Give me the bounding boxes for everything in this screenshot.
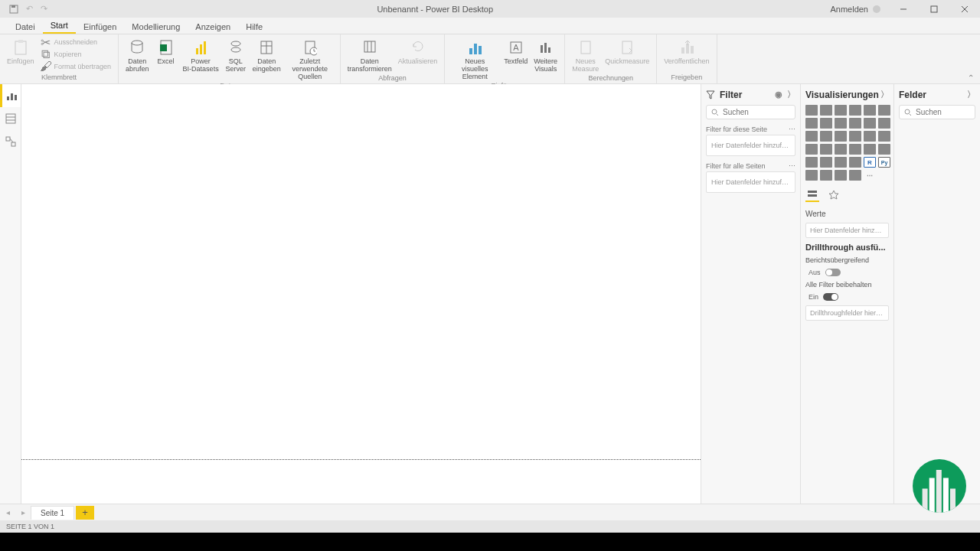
viz-shape-map[interactable] [835, 144, 847, 155]
viz-pie[interactable] [849, 131, 861, 142]
viz-clustered-bar[interactable] [835, 105, 847, 116]
fields-search[interactable] [899, 105, 975, 119]
group-share-label: Freigeben [662, 73, 711, 82]
excel-button[interactable]: Excel [153, 36, 179, 67]
viz-line[interactable] [805, 118, 818, 129]
filter-collapse-icon[interactable]: 〉 [787, 89, 795, 100]
viz-qna[interactable] [835, 170, 847, 181]
collapse-ribbon-icon[interactable]: ⌃ [968, 73, 974, 82]
viz-kpi[interactable] [805, 157, 818, 168]
cross-report-toggle[interactable] [825, 269, 841, 276]
tab-home[interactable]: Start [43, 18, 76, 34]
more-icon[interactable]: ⋯ [789, 126, 795, 133]
viz-scatter[interactable] [835, 131, 847, 142]
viz-more[interactable]: ⋯ [864, 170, 876, 181]
maximize-button[interactable] [919, 0, 949, 18]
tab-modeling[interactable]: Modellierung [124, 20, 188, 34]
viz-card[interactable] [864, 144, 876, 155]
viz-line-stacked[interactable] [849, 118, 861, 129]
sql-server-button[interactable]: SQL Server [223, 36, 249, 74]
viz-line-clustered[interactable] [864, 118, 876, 129]
copy-icon: ⧉ [41, 49, 51, 60]
transform-icon [363, 37, 377, 57]
viz-stacked-bar[interactable] [805, 105, 818, 116]
undo-icon[interactable]: ↶ [26, 4, 33, 14]
viz-r-script[interactable]: R [864, 157, 876, 168]
viz-filled-map[interactable] [820, 144, 832, 155]
fields-tab[interactable] [805, 188, 819, 202]
tab-insert[interactable]: Einfügen [76, 20, 124, 34]
viz-area[interactable] [820, 118, 832, 129]
svg-point-46 [712, 109, 717, 114]
viz-gallery: RPy ⋯ [805, 105, 889, 181]
add-page-button[interactable]: + [76, 506, 94, 520]
viz-clustered-column[interactable] [849, 105, 861, 116]
svg-point-15 [231, 47, 240, 52]
viz-donut[interactable] [864, 131, 876, 142]
next-page-button[interactable]: ▸ [15, 508, 31, 517]
ribbon: Einfügen ✂Ausschneiden ⧉Kopieren 🖌Format… [0, 34, 980, 84]
svg-rect-32 [581, 41, 590, 54]
avatar-placeholder-icon [873, 5, 880, 13]
new-visual-button[interactable]: Neues visuelles Element [449, 36, 500, 82]
recent-sources-button[interactable]: Zuletzt verwendete Quellen [285, 36, 335, 82]
filter-icon [706, 90, 715, 99]
filter-search[interactable] [706, 105, 795, 119]
filter-view-icon[interactable]: ◉ [775, 90, 782, 99]
viz-funnel[interactable] [820, 131, 832, 142]
viz-waterfall[interactable] [805, 131, 818, 142]
page-tab-1[interactable]: Seite 1 [31, 506, 74, 520]
data-view-button[interactable] [0, 107, 21, 130]
viz-100-bar[interactable] [864, 105, 876, 116]
report-view-button[interactable] [0, 84, 21, 107]
textbox-button[interactable]: ATextfeld [501, 36, 530, 67]
save-icon[interactable] [9, 5, 18, 14]
viz-multi-card[interactable] [878, 144, 890, 155]
viz-gauge[interactable] [849, 144, 861, 155]
excel-icon [159, 37, 173, 57]
transform-data-button[interactable]: Daten transformieren [345, 36, 394, 74]
viz-collapse-icon[interactable]: 〉 [880, 89, 889, 100]
prev-page-button[interactable]: ◂ [0, 508, 15, 517]
minimize-button[interactable] [888, 0, 919, 18]
viz-paginated[interactable] [849, 170, 861, 181]
model-view-button[interactable] [0, 130, 21, 153]
search-icon [711, 109, 719, 116]
tab-help[interactable]: Hilfe [238, 20, 270, 34]
tab-file[interactable]: Datei [8, 20, 43, 34]
enter-data-button[interactable]: Daten eingeben [250, 36, 283, 74]
viz-python[interactable]: Py [878, 157, 890, 168]
svg-rect-11 [196, 48, 198, 54]
keep-filters-toggle[interactable] [823, 293, 838, 301]
tab-view[interactable]: Anzeigen [188, 20, 238, 34]
all-filters-well[interactable]: Hier Datenfelder hinzufüg... [706, 171, 795, 193]
viz-treemap[interactable] [878, 131, 890, 142]
values-well[interactable]: Hier Datenfelder hinzufügen [805, 223, 889, 238]
pbi-datasets-button[interactable]: Power BI-Datasets [181, 36, 221, 74]
database-icon [130, 37, 144, 57]
more-icon[interactable]: ⋯ [789, 162, 795, 170]
viz-100-column[interactable] [878, 105, 890, 116]
signin-button[interactable]: Anmelden [822, 5, 888, 14]
close-button[interactable] [949, 0, 980, 18]
more-visuals-button[interactable]: Weitere Visuals [531, 36, 560, 74]
fields-collapse-icon[interactable]: 〉 [967, 89, 975, 100]
redo-icon[interactable]: ↷ [41, 4, 47, 14]
drillthrough-well[interactable]: Drillthroughfelder hier hinz... [805, 305, 889, 321]
get-data-button[interactable]: Daten abrufen [123, 36, 152, 74]
svg-rect-30 [544, 43, 547, 53]
page-filters-well[interactable]: Hier Datenfelder hinzufüg... [706, 135, 795, 156]
viz-table[interactable] [835, 157, 847, 168]
powerbi-icon [194, 37, 207, 57]
viz-slicer[interactable] [820, 157, 832, 168]
report-canvas[interactable]: ⬉ [21, 84, 701, 504]
format-tab[interactable] [827, 188, 841, 202]
viz-stacked-column[interactable] [820, 105, 832, 116]
viz-map[interactable] [805, 144, 818, 155]
viz-stacked-area[interactable] [835, 118, 847, 129]
viz-decomposition[interactable] [820, 170, 832, 181]
viz-ribbon[interactable] [878, 118, 890, 129]
fields-search-input[interactable] [916, 108, 980, 116]
viz-key-influencers[interactable] [805, 170, 818, 181]
viz-matrix[interactable] [849, 157, 861, 168]
